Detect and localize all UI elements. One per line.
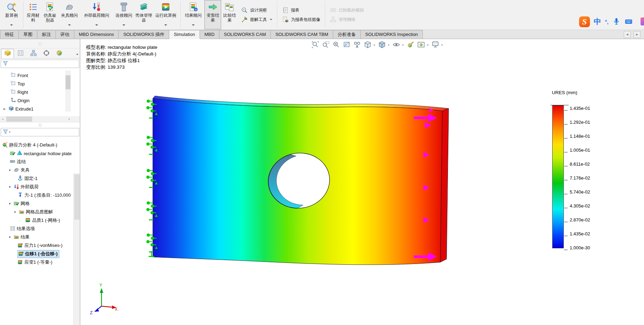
- ime-logo-icon[interactable]: S: [579, 16, 590, 27]
- view-orientation-button[interactable]: [363, 40, 372, 50]
- displaymanager-tab[interactable]: [53, 49, 66, 58]
- tab-simulation[interactable]: Simulation: [169, 30, 200, 39]
- tab-草图[interactable]: 草图: [19, 30, 37, 39]
- ribbon-button-shell-manager[interactable]: 壳体管理器: [135, 0, 152, 29]
- configurationmanager-tab[interactable]: [27, 49, 40, 58]
- tab-mbd[interactable]: MBD: [200, 30, 219, 39]
- section-view-button[interactable]: [342, 40, 351, 50]
- hscroll-right-icon[interactable]: ›: [66, 116, 72, 122]
- feature-tree-hscrollbar[interactable]: ‹ ›: [0, 116, 80, 122]
- study-tree-item-连结[interactable]: 连结: [0, 158, 80, 166]
- ribbon-button-external-loads-advisor[interactable]: 外部载荷顾问: [81, 0, 113, 29]
- tab-scroll-left-button[interactable]: ◂: [624, 31, 631, 38]
- study-tree-item-应力1-(-vonMises-)[interactable]: σ应力1 (-vonMises-): [0, 241, 80, 250]
- panel-tab-overflow-icon[interactable]: ◂: [76, 52, 78, 56]
- tab-标注[interactable]: 标注: [37, 30, 56, 39]
- ribbon-button-design-insight[interactable]: 设计洞察: [241, 7, 272, 14]
- dropdown-arrow-icon[interactable]: [373, 45, 375, 47]
- dropdown-arrow-icon[interactable]: [10, 24, 13, 27]
- tree-expander-icon[interactable]: ▼: [7, 202, 12, 205]
- edit-appearance-button[interactable]: [406, 40, 415, 50]
- study-tree-item-外部载荷[interactable]: ▼外部载荷: [0, 183, 80, 191]
- selected-tree-item[interactable]: u位移1 (-合位移-): [17, 250, 59, 258]
- study-tree-item-网格品质图解[interactable]: ▼网格品质图解: [0, 208, 80, 216]
- tab-评估[interactable]: 评估: [56, 30, 74, 39]
- hide-show-items-button[interactable]: [391, 40, 401, 50]
- skin-icon[interactable]: [641, 17, 644, 25]
- tab-mbd-dimensions[interactable]: MBD Dimensions: [74, 30, 119, 39]
- study-tree-item-品质1-(-网格-)[interactable]: 品质1 (-网格-): [0, 216, 80, 225]
- study-tree-item-夹具[interactable]: ▼夹具: [0, 166, 80, 174]
- view-settings-button[interactable]: [430, 40, 440, 50]
- dimxpertmanager-tab[interactable]: [40, 49, 53, 58]
- tab-solidworks-cam-tbm[interactable]: SOLIDWORKS CAM TBM: [271, 30, 333, 39]
- ribbon-button-compare-results[interactable]: 比较结果: [221, 0, 238, 29]
- ribbon-button-include-image[interactable]: 为报表包括图像: [282, 16, 320, 23]
- dropdown-arrow-icon[interactable]: [68, 24, 71, 27]
- previous-view-button[interactable]: [331, 40, 341, 50]
- study-tree-item-结果[interactable]: ▼结果: [0, 233, 80, 241]
- tree-expander-icon[interactable]: ▶: [2, 107, 7, 111]
- panel-splitter-middle[interactable]: [0, 122, 80, 127]
- feature-tree-scrollbar[interactable]: [65, 70, 71, 112]
- ribbon-button-apply-material[interactable]: 应用材料: [25, 0, 42, 29]
- zoom-to-area-button[interactable]: [321, 40, 330, 50]
- apply-scene-button[interactable]: [416, 40, 426, 50]
- tree-expander-icon[interactable]: ▼: [7, 236, 12, 239]
- ribbon-button-simulation-evaluator[interactable]: 仿真鉴别器: [42, 0, 58, 29]
- dropdown-arrow-icon[interactable]: [388, 45, 390, 47]
- tree-expander-icon[interactable]: ▼: [13, 211, 17, 214]
- hscroll-thumb[interactable]: [6, 116, 32, 122]
- panel-splitter-top[interactable]: [0, 39, 80, 48]
- study-tree-item-固定-1[interactable]: 固定-1: [0, 174, 80, 183]
- ribbon-button-deformed-result[interactable]: 变形结果: [204, 0, 221, 29]
- study-tree-item-rectangular-hollow-plate[interactable]: rectangular hollow plate: [0, 149, 80, 158]
- propertymanager-tab[interactable]: [14, 49, 27, 58]
- study-tree-item-结果选项[interactable]: 结果选项: [0, 225, 80, 233]
- dropdown-arrow-icon[interactable]: [164, 24, 167, 27]
- dropdown-arrow-icon[interactable]: [122, 24, 125, 27]
- view-annotations-button[interactable]: A: [352, 40, 362, 50]
- ribbon-button-report[interactable]: 报表: [282, 7, 320, 14]
- hscroll-left-icon[interactable]: ‹: [0, 116, 6, 122]
- tree-expander-icon[interactable]: ▼: [7, 169, 12, 172]
- dropdown-arrow-icon[interactable]: [441, 45, 443, 47]
- ribbon-button-new-study[interactable]: 新算例: [1, 0, 22, 29]
- tab-特征[interactable]: 特征: [0, 30, 19, 39]
- punctuation-icon[interactable]: °,: [605, 19, 608, 25]
- dropdown-arrow-icon[interactable]: [402, 45, 404, 47]
- dropdown-arrow-icon[interactable]: [192, 24, 195, 27]
- ribbon-button-results-advisor[interactable]: ?结果顾问: [182, 0, 204, 29]
- study-tree-item-静应力分析-4-(-Default-)[interactable]: 静应力分析 4 (-Default-): [0, 141, 75, 149]
- graphics-viewport[interactable]: 模型名称: rectangular hollow plate算例名称: 静应力分…: [80, 39, 644, 325]
- dropdown-arrow-icon[interactable]: [427, 45, 429, 47]
- study-tree-item-力-1-(:按条目:--110,000[interactable]: 力-1 (:按条目: -110,000: [0, 191, 80, 199]
- display-style-button[interactable]: [377, 40, 387, 50]
- featuremanager-tab[interactable]: [1, 49, 14, 58]
- ribbon-button-plot-tools[interactable]: 图解工具: [241, 16, 272, 23]
- tab-solidworks-inspection[interactable]: SOLIDWORKS Inspection: [361, 30, 423, 39]
- dropdown-arrow-icon[interactable]: [95, 24, 98, 27]
- study-tree-item-网格[interactable]: ▼网格: [0, 199, 80, 208]
- study-tree-item-位移1-(-合位移-)[interactable]: u位移1 (-合位移-): [0, 250, 80, 258]
- feature-tree-item-Extrude1[interactable]: ▶Extrude1: [0, 105, 75, 113]
- tab-solidworks-插件[interactable]: SOLIDWORKS 插件: [119, 30, 169, 39]
- view-orientation-icon: [364, 40, 372, 50]
- microphone-icon[interactable]: [612, 17, 621, 26]
- feature-tree-filter[interactable]: [1, 60, 79, 68]
- study-tree-filter[interactable]: ▾: [1, 128, 79, 136]
- zoom-to-fit-button[interactable]: [310, 40, 320, 50]
- study-tree-scrollbar[interactable]: [73, 173, 80, 325]
- dropdown-arrow-icon[interactable]: [270, 19, 272, 22]
- ime-mode-toggle[interactable]: 中: [594, 17, 601, 27]
- tab-分析准备[interactable]: 分析准备: [333, 30, 361, 39]
- ribbon-button-connections-advisor[interactable]: 连接顾问: [113, 0, 135, 29]
- ribbon-button-run-study[interactable]: 运行此算例: [152, 0, 179, 29]
- tab-scroll-right-button[interactable]: ▸: [634, 31, 641, 38]
- tree-expander-icon[interactable]: ▼: [7, 186, 12, 189]
- plate-model[interactable]: [153, 96, 449, 265]
- tab-solidworks-cam[interactable]: SOLIDWORKS CAM: [219, 30, 271, 39]
- ribbon-button-fixtures-advisor[interactable]: 夹具顾问: [58, 0, 81, 29]
- study-tree-item-应变1-(-等量-)[interactable]: ε应变1 (-等量-): [0, 258, 80, 266]
- keyboard-icon[interactable]: [624, 17, 633, 26]
